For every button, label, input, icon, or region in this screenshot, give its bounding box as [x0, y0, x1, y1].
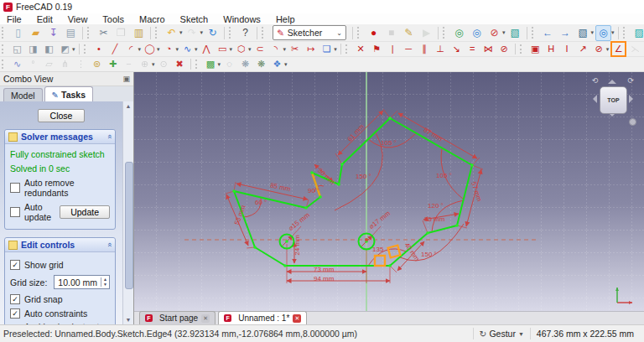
menu-file[interactable]: File [7, 14, 22, 24]
macro-record-button[interactable]: ● [366, 25, 382, 41]
dimension-label[interactable]: 135 [372, 246, 383, 253]
macro-stop-button[interactable]: ■ [383, 25, 399, 41]
join-curves-button[interactable]: ✖ [173, 57, 187, 71]
constraint-snell-law-button[interactable]: ⋋ [628, 42, 642, 56]
macro-edit-button[interactable]: ✎ [401, 25, 417, 41]
sketch-origin-point[interactable] [365, 238, 368, 241]
nav-cube-style-button[interactable]: ▧ [575, 25, 591, 41]
toolbar-drag-handle[interactable] [357, 27, 362, 39]
sketch-canvas[interactable] [134, 72, 644, 311]
dimension-label[interactable]: 24 mm [293, 235, 301, 255]
dimension-label[interactable]: 150 ° [421, 251, 437, 258]
constraint-angle-button[interactable]: ∠ [610, 41, 626, 57]
auto-constraints-checkbox[interactable] [10, 308, 20, 319]
create-slot-button[interactable]: ⊂ [253, 42, 267, 56]
dimension-label[interactable]: 73 mm [314, 266, 334, 273]
draw-style-button-dropdown-icon[interactable]: ▾ [502, 29, 506, 36]
collapse-chevron-icon[interactable]: « [105, 242, 113, 246]
redo-button-dropdown-icon[interactable]: ▾ [200, 29, 204, 36]
show-internal-geometry-button[interactable]: ❋ [238, 57, 252, 71]
modify-knot-multiplicity-button[interactable]: ⊕ [138, 57, 152, 71]
tab-tasks[interactable]: ✎ Tasks [44, 86, 93, 102]
document-tab-start-page[interactable]: FStart page✕ [139, 311, 216, 324]
open-file-button[interactable]: ▰ [28, 25, 44, 41]
nav-arrow-right-icon[interactable] [629, 95, 637, 103]
scrollbar-thumb[interactable] [125, 162, 133, 289]
dimension-label[interactable]: 35 mm [424, 215, 444, 223]
menu-help[interactable]: Help [276, 14, 295, 24]
solver-messages-header[interactable]: Solver messages « [5, 130, 115, 144]
show-point-weight-button[interactable]: ⊚ [90, 57, 104, 71]
save-file-button[interactable]: ↧ [45, 25, 61, 41]
paste-button[interactable]: ▥ [131, 25, 147, 41]
create-polyline-button[interactable]: ⋀ [200, 42, 214, 56]
toolbar-drag-handle[interactable] [532, 27, 537, 39]
nav-forward-button[interactable]: → [558, 25, 574, 41]
rotate-cw-icon[interactable]: ⟳ [627, 76, 634, 85]
constraint-vertical-button[interactable]: | [386, 42, 400, 56]
redo-button[interactable]: ↷ [184, 25, 200, 41]
constraint-distance-button[interactable]: ↗ [576, 42, 590, 56]
menu-windows[interactable]: Windows [223, 14, 261, 24]
toolbar-drag-handle[interactable] [520, 44, 525, 54]
edit-controls-header[interactable]: Edit controls « [5, 238, 115, 252]
view-section-button[interactable]: ◧ [42, 42, 56, 56]
tab-model[interactable]: Model [3, 88, 43, 102]
constraint-symmetric-button[interactable]: ⋈ [481, 42, 496, 56]
toolbar-drag-handle[interactable] [262, 27, 267, 39]
create-rectangle-button-dropdown-icon[interactable]: ▾ [230, 46, 233, 53]
scroll-up-icon[interactable]: ▲ [126, 103, 132, 109]
toolbar-drag-handle[interactable] [2, 60, 7, 70]
zoom-tool-button[interactable]: ◎ [595, 25, 611, 41]
auto-remove-redundants-checkbox[interactable] [10, 183, 20, 193]
show-bspline-degree-button[interactable]: ° [26, 57, 40, 71]
constraint-tangent-button[interactable]: ↘ [449, 42, 464, 56]
show-grid-checkbox[interactable] [10, 260, 20, 270]
modify-knot-multiplicity-button-dropdown-icon[interactable]: ▾ [152, 61, 155, 68]
dimension-label[interactable]: 60 ° [255, 199, 267, 206]
nav-back-button[interactable]: ← [540, 25, 556, 41]
constraint-parallel-button[interactable]: ∥ [418, 42, 432, 56]
dimension-label[interactable]: 105 ° [381, 139, 397, 147]
cut-button[interactable]: ✂ [96, 25, 112, 41]
nav-cube-style-button-dropdown-icon[interactable]: ▾ [591, 29, 595, 36]
toolbar-drag-handle[interactable] [2, 27, 7, 39]
create-fillet-button-dropdown-icon[interactable]: ▾ [283, 46, 287, 53]
map-sketch-button[interactable]: ◩ [58, 42, 72, 56]
view-axonometric-button[interactable]: ▨ [631, 25, 644, 41]
sketch-viewport[interactable]: 61 mm105 °87 mm150 °30 mm90 °85 mm60 °53… [134, 72, 644, 311]
view-sketch-button[interactable]: ◨ [26, 42, 40, 56]
create-conic-button[interactable]: ◔ [162, 42, 176, 56]
menu-sketch[interactable]: Sketch [180, 14, 209, 24]
toolbar-drag-handle[interactable] [155, 27, 160, 39]
document-tab-unnamed-1-[interactable]: FUnnamed : 1*✕ [218, 311, 307, 324]
external-geometry-button-dropdown-icon[interactable]: ▾ [334, 46, 337, 53]
create-fillet-button[interactable]: ◝ [269, 42, 283, 56]
stereo-view-button[interactable]: ▧ [507, 25, 523, 41]
menu-tools[interactable]: Tools [102, 14, 124, 24]
create-circle-button-dropdown-icon[interactable]: ▾ [157, 46, 160, 53]
show-control-polygon-button[interactable]: ▱ [42, 57, 56, 71]
workbench-selector[interactable]: ✎Sketcher⌄ [273, 25, 346, 40]
leave-sketch-button[interactable]: ◱ [10, 42, 24, 56]
create-arc-button-dropdown-icon[interactable]: ▾ [138, 46, 142, 53]
create-arc-button[interactable]: ◜ [124, 42, 138, 56]
constraint-diameter-button[interactable]: ⊘ [592, 42, 606, 56]
nav-arrow-left-icon[interactable] [589, 95, 597, 103]
constraint-horizontal-distance-button[interactable]: H [544, 42, 558, 56]
grid-snap-checkbox[interactable] [10, 294, 20, 304]
toolbar-drag-handle[interactable] [87, 27, 92, 39]
close-button[interactable]: Close [38, 109, 86, 122]
constraint-perpendicular-button[interactable]: ⊥ [434, 42, 448, 56]
undo-button[interactable]: ↶ [164, 25, 179, 41]
map-sketch-button-dropdown-icon[interactable]: ▾ [72, 46, 75, 53]
convert-to-bspline-button[interactable]: ∿ [10, 57, 24, 71]
show-curvature-comb-button[interactable]: ⋔ [58, 57, 72, 71]
create-bspline-button[interactable]: ∿ [180, 42, 195, 56]
hide-internal-geometry-button[interactable]: ❋ [254, 57, 268, 71]
switch-virtual-space-button-dropdown-icon[interactable]: ▾ [284, 61, 288, 68]
update-button[interactable]: Update [60, 205, 110, 219]
nav-sphere-icon[interactable] [629, 118, 636, 126]
draw-style-button[interactable]: ⊘ [486, 25, 502, 41]
print-button[interactable]: ▤ [63, 25, 79, 41]
